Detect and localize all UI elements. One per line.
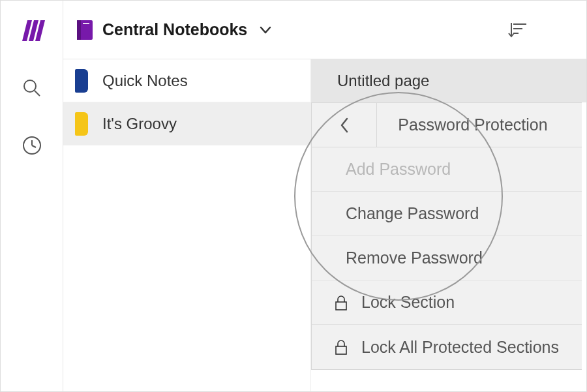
section-color-tab — [75, 112, 88, 136]
notebook-title[interactable]: Central Notebooks — [102, 20, 247, 39]
recent-icon[interactable] — [18, 131, 46, 160]
app-shell: Central Notebooks — [1, 1, 586, 391]
menu-title: Password Protection — [377, 115, 582, 134]
svg-rect-9 — [77, 20, 81, 40]
menu-item-lock-section[interactable]: Lock Section — [312, 280, 582, 325]
svg-rect-10 — [83, 23, 89, 24]
section-item-its-groovy[interactable]: It's Groovy — [63, 102, 310, 145]
svg-line-4 — [35, 91, 40, 96]
header-bar: Central Notebooks — [63, 1, 586, 59]
menu-back-button[interactable] — [312, 103, 377, 147]
menu-item-label: Add Password — [346, 160, 451, 179]
chevron-down-icon[interactable] — [258, 22, 273, 38]
page-title: Untitled page — [337, 72, 429, 90]
sort-icon[interactable] — [507, 18, 530, 42]
svg-line-7 — [32, 145, 36, 147]
section-item-quick-notes[interactable]: Quick Notes — [63, 59, 310, 102]
svg-point-3 — [24, 80, 36, 92]
section-color-tab — [75, 69, 88, 93]
search-icon[interactable] — [18, 74, 46, 102]
icon-rail — [1, 1, 63, 391]
section-label: It's Groovy — [102, 115, 177, 133]
menu-item-remove-password[interactable]: Remove Password — [312, 236, 582, 280]
menu-item-lock-all-sections[interactable]: Lock All Protected Sections — [312, 325, 582, 369]
sections-list: Quick Notes It's Groovy — [63, 59, 311, 391]
menu-item-label: Lock All Protected Sections — [361, 338, 559, 357]
menu-item-label: Lock Section — [361, 293, 455, 312]
menu-item-change-password[interactable]: Change Password — [312, 192, 582, 236]
section-label: Quick Notes — [102, 72, 188, 90]
lock-icon — [333, 294, 350, 311]
notebook-icon — [75, 19, 95, 41]
menu-item-label: Remove Password — [346, 249, 483, 267]
menu-item-label: Change Password — [346, 204, 479, 223]
main-column: Central Notebooks — [63, 1, 586, 391]
svg-rect-15 — [336, 302, 346, 310]
page-item[interactable]: Untitled page — [311, 59, 586, 102]
password-protection-menu: Password Protection Add Password Change … — [311, 102, 582, 370]
notebooks-icon[interactable] — [18, 16, 46, 45]
content-row: Quick Notes It's Groovy Untitled page — [63, 59, 586, 391]
menu-header: Password Protection — [312, 103, 582, 147]
pages-column: Untitled page Password Protection Add Pa… — [311, 59, 586, 391]
lock-icon — [333, 339, 350, 355]
svg-rect-16 — [336, 346, 346, 354]
menu-item-add-password: Add Password — [312, 147, 582, 192]
